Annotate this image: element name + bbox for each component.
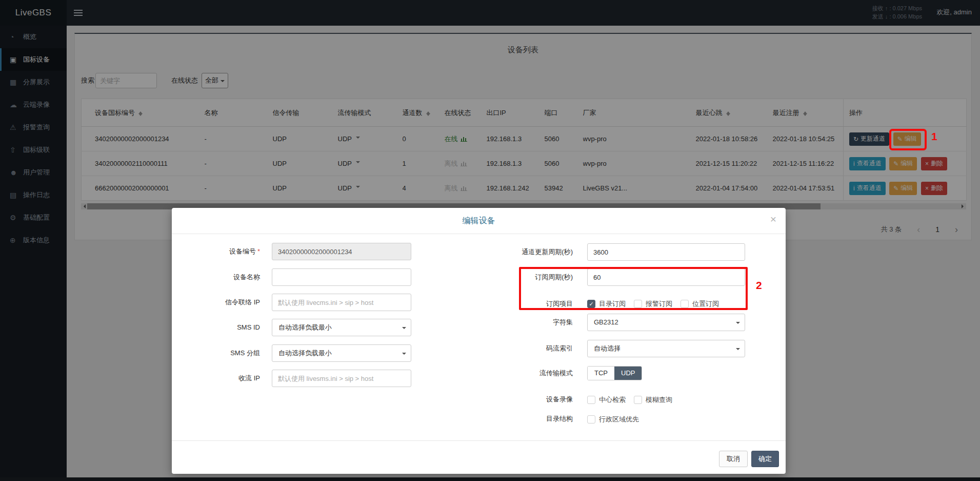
annotation-box-1 — [889, 129, 927, 150]
device-name-field[interactable] — [272, 268, 411, 286]
recv-ip-label: 收流 IP — [172, 370, 260, 387]
channel-refresh-label: 通道更新周期(秒) — [423, 243, 573, 261]
close-icon[interactable]: × — [770, 214, 776, 224]
sip-contact-ip-field[interactable] — [272, 294, 411, 311]
annotation-number-1: 1 — [931, 130, 937, 143]
modal-footer: 取消 确定 — [172, 440, 786, 474]
cancel-button[interactable]: 取消 — [719, 451, 748, 467]
annotation-box-2 — [519, 267, 748, 310]
confirm-button[interactable]: 确定 — [751, 451, 779, 467]
channel-refresh-field[interactable] — [587, 243, 745, 261]
checkbox-icon[interactable] — [634, 396, 642, 404]
stream-index-select[interactable]: 自动选择 — [587, 340, 745, 357]
annotation-number-2: 2 — [756, 279, 762, 292]
sms-id-select[interactable]: 自动选择负载最小 — [272, 319, 411, 336]
catalog-structure-label: 目录结构 — [423, 410, 573, 428]
sip-contact-ip-label: 信令联络 IP — [172, 294, 260, 311]
edit-device-modal: 编辑设备 × 设备编号* 设备名称 信令联络 IP SMS ID 自动选择负载最… — [172, 208, 786, 474]
stream-index-label: 码流索引 — [423, 340, 573, 357]
checkbox-icon[interactable] — [587, 415, 595, 424]
device-id-field — [272, 243, 411, 260]
transport-mode-label: 流传输模式 — [423, 364, 573, 382]
device-id-label: 设备编号* — [172, 243, 260, 260]
udp-option[interactable]: UDP — [614, 367, 642, 380]
sms-group-label: SMS 分组 — [172, 344, 260, 362]
modal-title: 编辑设备 — [172, 208, 786, 234]
admin-region-first-checkbox[interactable]: 行政区域优先 — [587, 415, 639, 424]
charset-select[interactable]: GB2312 — [587, 314, 745, 331]
device-record-group: 中心检索 模糊查询 — [587, 395, 672, 405]
transport-mode-toggle: TCP UDP — [587, 366, 642, 380]
device-record-label: 设备录像 — [423, 391, 573, 408]
charset-label: 字符集 — [423, 314, 573, 331]
fuzzy-query-checkbox[interactable]: 模糊查询 — [634, 395, 672, 405]
tcp-option[interactable]: TCP — [588, 367, 614, 380]
center-search-checkbox[interactable]: 中心检索 — [587, 395, 626, 405]
device-name-label: 设备名称 — [172, 268, 260, 286]
catalog-structure-group: 行政区域优先 — [587, 415, 639, 424]
required-mark: * — [257, 247, 260, 255]
recv-ip-field[interactable] — [272, 370, 411, 387]
sms-group-select[interactable]: 自动选择负载最小 — [272, 344, 411, 362]
checkbox-icon[interactable] — [587, 396, 595, 404]
sms-id-label: SMS ID — [172, 319, 260, 336]
modal-header: 编辑设备 × — [172, 208, 786, 234]
